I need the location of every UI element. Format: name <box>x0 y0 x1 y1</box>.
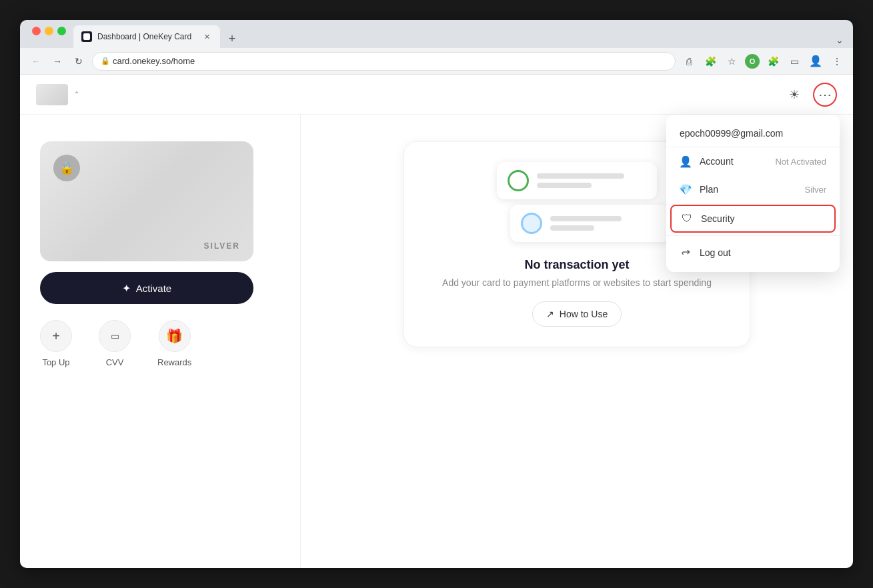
address-text: card.onekey.so/home <box>113 56 195 66</box>
card-tier-label: SILVER <box>204 241 240 251</box>
cvv-icon: ▭ <box>99 320 131 352</box>
activate-label: Activate <box>136 283 171 294</box>
extensions-icon[interactable]: 🧩 <box>702 53 718 69</box>
plan-label: Plan <box>700 184 796 195</box>
activate-icon: ✦ <box>122 282 131 295</box>
dropdown-menu: epoch00999@gmail.com 👤 Account Not Activ… <box>666 115 840 272</box>
transaction-illustration <box>484 162 670 242</box>
card-preview: 🔒 SILVER <box>40 141 253 261</box>
address-bar: ← → ↻ 🔒 card.onekey.so/home ⎙ 🧩 ☆ O 🧩 ▭ … <box>20 48 853 75</box>
tx-circle-blue <box>521 213 542 234</box>
logout-label: Log out <box>700 247 826 258</box>
app-logo: ⌃ <box>36 84 80 105</box>
plan-icon: 💎 <box>680 183 692 195</box>
header-actions: ☀ ⋯ <box>784 83 837 107</box>
tx-lines-2 <box>550 216 660 231</box>
reload-button[interactable]: ↻ <box>71 53 87 69</box>
top-up-button[interactable]: + Top Up <box>40 320 72 367</box>
logo-card <box>36 84 68 105</box>
cast-icon[interactable]: ⎙ <box>681 53 697 69</box>
active-tab[interactable]: Dashboard | OneKey Card ✕ <box>73 25 220 48</box>
no-transaction-title: No transaction yet <box>524 258 629 272</box>
dropdown-divider <box>666 235 840 236</box>
tab-favicon <box>81 31 92 42</box>
app-content: ⌃ ☀ ⋯ 🔒 SILVER ✦ Activate <box>20 75 853 568</box>
back-button[interactable]: ← <box>28 53 44 69</box>
forward-button[interactable]: → <box>49 53 65 69</box>
dropdown-item-plan[interactable]: 💎 Plan Silver <box>666 175 840 203</box>
how-to-icon: ↗ <box>546 309 554 319</box>
rewards-icon: 🎁 <box>159 320 191 352</box>
dropdown-item-security[interactable]: 🛡 Security <box>670 205 836 233</box>
account-icon: 👤 <box>680 155 692 167</box>
how-to-label: How to Use <box>560 309 608 319</box>
tx-circle-green <box>508 170 529 191</box>
app-header: ⌃ ☀ ⋯ <box>20 75 853 115</box>
tx-line <box>537 173 624 179</box>
new-tab-button[interactable]: + <box>223 29 241 48</box>
dropdown-email: epoch00999@gmail.com <box>666 120 840 147</box>
account-value: Not Activated <box>775 157 826 167</box>
top-up-icon: + <box>40 320 72 352</box>
lock-icon: 🔒 <box>101 57 110 65</box>
traffic-light-yellow[interactable] <box>45 27 53 35</box>
security-label: Security <box>701 213 825 224</box>
logout-icon: ↩ <box>680 247 692 259</box>
how-to-use-button[interactable]: ↗ How to Use <box>532 301 622 327</box>
onekey-extension-button[interactable]: O <box>745 54 760 69</box>
rewards-label: Rewards <box>157 357 191 367</box>
no-transaction-subtitle: Add your card to payment platforms or we… <box>442 277 712 288</box>
dropdown-item-logout[interactable]: ↩ Log out <box>666 239 840 267</box>
tab-close-button[interactable]: ✕ <box>201 31 212 42</box>
tx-lines-1 <box>537 173 646 188</box>
avatar-icon[interactable]: 👤 <box>808 53 824 69</box>
top-up-label: Top Up <box>42 357 69 367</box>
address-input[interactable]: 🔒 card.onekey.so/home <box>92 52 676 71</box>
logo-chevron-icon[interactable]: ⌃ <box>73 90 80 99</box>
rewards-button[interactable]: 🎁 Rewards <box>157 320 191 367</box>
tx-line <box>550 225 594 231</box>
account-label: Account <box>700 156 767 167</box>
tx-line <box>537 183 592 188</box>
left-panel: 🔒 SILVER ✦ Activate + Top Up ▭ CVV <box>20 115 300 568</box>
activate-button[interactable]: ✦ Activate <box>40 272 253 304</box>
traffic-light-green[interactable] <box>57 27 66 35</box>
tab-title: Dashboard | OneKey Card <box>97 32 196 41</box>
dropdown-item-account[interactable]: 👤 Account Not Activated <box>666 147 840 175</box>
security-icon: 🛡 <box>681 213 693 225</box>
plan-value: Silver <box>804 185 826 195</box>
cvv-button[interactable]: ▭ CVV <box>99 320 131 367</box>
cvv-label: CVV <box>106 357 124 367</box>
sidebar-icon[interactable]: ▭ <box>786 53 802 69</box>
card-icon: 🔒 <box>53 155 80 181</box>
tab-dropdown-button[interactable]: ⌄ <box>833 32 846 48</box>
theme-toggle-button[interactable]: ☀ <box>784 84 805 105</box>
bookmark-icon[interactable]: ☆ <box>724 53 740 69</box>
action-buttons-row: + Top Up ▭ CVV 🎁 Rewards <box>40 320 280 367</box>
more-options-browser-button[interactable]: ⋮ <box>829 53 845 69</box>
tx-line <box>550 216 622 221</box>
traffic-light-red[interactable] <box>32 27 41 35</box>
more-menu-button[interactable]: ⋯ <box>813 83 837 107</box>
extensions-puzzle-icon[interactable]: 🧩 <box>765 53 781 69</box>
